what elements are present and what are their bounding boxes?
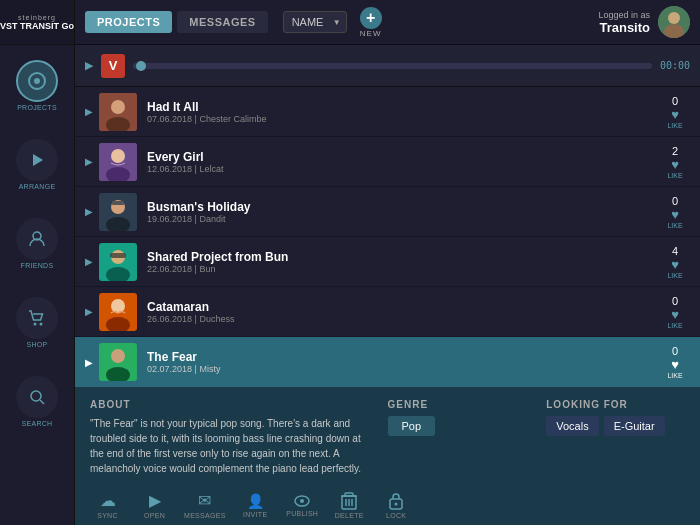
about-label: ABOUT (90, 399, 368, 410)
genre-tag[interactable]: Pop (388, 416, 436, 436)
heart-icon: ♥ (671, 357, 679, 372)
svg-point-26 (111, 299, 125, 313)
project-like[interactable]: 2 ♥ LIKE (660, 145, 690, 179)
expanded-project-item[interactable]: ▶ The Fear 02.07.2018 | Misty 0 ♥ LIKE (75, 337, 700, 387)
svg-point-15 (111, 149, 125, 163)
heart-icon: ♥ (671, 107, 679, 122)
messages-label: MESSAGES (184, 512, 226, 519)
lock-label: LOCK (386, 512, 406, 519)
delete-label: DELETE (335, 512, 364, 519)
sidebar-friends-label: FRIENDS (21, 262, 54, 269)
svg-point-40 (395, 502, 398, 505)
about-section: ABOUT "The Fear" is not your typical pop… (90, 399, 368, 476)
project-meta: 26.06.2018 | Duchess (147, 314, 660, 324)
svg-point-29 (111, 349, 125, 363)
delete-icon (341, 492, 357, 510)
looking-for-tag-guitar[interactable]: E-Guitar (604, 416, 665, 436)
project-info: Shared Project from Bun 22.06.2018 | Bun (147, 250, 660, 274)
v-logo: V (101, 54, 125, 78)
project-title: Every Girl (147, 150, 660, 164)
project-like[interactable]: 0 ♥ LIKE (660, 195, 690, 229)
project-info: Catamaran 26.06.2018 | Duchess (147, 300, 660, 324)
list-item[interactable]: ▶ Every Girl 12.06.2018 | Lelcat 2 ♥ LIK… (75, 137, 700, 187)
sidebar-item-shop[interactable]: SHOP (16, 297, 58, 348)
project-like[interactable]: 4 ♥ LIKE (660, 245, 690, 279)
sidebar-item-projects[interactable]: PROJECTS (16, 60, 58, 111)
arrow-icon: ▶ (85, 256, 93, 267)
player-arrow-icon: ▶ (85, 59, 93, 72)
svg-point-12 (111, 100, 125, 114)
new-label: NEW (360, 29, 382, 38)
tab-messages[interactable]: MESSAGES (177, 11, 267, 33)
open-button[interactable]: ▶ OPEN (137, 491, 172, 519)
progress-dot[interactable] (136, 61, 146, 71)
user-avatar (658, 6, 690, 38)
looking-for-tag-vocals[interactable]: Vocals (546, 416, 598, 436)
arrow-icon: ▶ (85, 206, 93, 217)
looking-for-section: LOOKING FOR Vocals E-Guitar (546, 399, 685, 476)
sidebar-item-friends[interactable]: FRIENDS (16, 218, 58, 269)
like-count: 4 (672, 245, 678, 257)
sidebar-item-search[interactable]: SEARCH (16, 376, 58, 427)
project-info: Busman's Holiday 19.06.2018 | Dandit (147, 200, 660, 224)
project-thumb (99, 343, 137, 381)
like-count: 0 (672, 195, 678, 207)
list-item[interactable]: ▶ Had It All 07.06.2018 | Chester Calimb… (75, 87, 700, 137)
svg-rect-19 (112, 201, 124, 205)
project-like[interactable]: 0 ♥ LIKE (660, 295, 690, 329)
sync-icon: ☁ (100, 491, 116, 510)
svg-point-9 (668, 12, 680, 24)
shop-icon (16, 297, 58, 339)
sidebar-item-arrange[interactable]: ARRANGE (16, 139, 58, 190)
svg-marker-2 (33, 154, 43, 166)
genre-section: GENRE Pop (388, 399, 527, 476)
project-meta: 02.07.2018 | Misty (147, 364, 660, 374)
list-item[interactable]: ▶ Catamaran 26.06.2018 | Duchess 0 ♥ LIK… (75, 287, 700, 337)
progress-bar[interactable] (133, 63, 652, 69)
project-title: Catamaran (147, 300, 660, 314)
project-detail-panel: ABOUT "The Fear" is not your typical pop… (75, 387, 700, 525)
svg-point-6 (31, 391, 41, 401)
lock-button[interactable]: LOCK (379, 492, 414, 519)
heart-icon: ♥ (671, 157, 679, 172)
arrow-icon: ▶ (85, 156, 93, 167)
messages-button[interactable]: ✉ MESSAGES (184, 491, 226, 519)
sort-dropdown[interactable]: NAME (283, 11, 347, 33)
like-label: LIKE (667, 222, 682, 229)
action-toolbar: ☁ SYNC ▶ OPEN ✉ MESSAGES 👤 INVITE (90, 486, 685, 519)
sidebar-shop-label: SHOP (26, 341, 47, 348)
new-button[interactable]: + NEW (360, 7, 382, 38)
friends-icon (16, 218, 58, 260)
logged-in-username: Transito (598, 20, 650, 35)
about-text: "The Fear" is not your typical pop song.… (90, 416, 368, 476)
publish-button[interactable]: PUBLISH (285, 493, 320, 517)
sync-button[interactable]: ☁ SYNC (90, 491, 125, 519)
genre-label: GENRE (388, 399, 527, 410)
list-item[interactable]: ▶ Busman's Holiday 19.06.2018 | Dandit 0… (75, 187, 700, 237)
project-meta: 07.06.2018 | Chester Calimbe (147, 114, 660, 124)
arrow-icon: ▶ (85, 106, 93, 117)
message-icon: ✉ (198, 491, 211, 510)
like-label: LIKE (667, 322, 682, 329)
looking-for-label: LOOKING FOR (546, 399, 685, 410)
project-like[interactable]: 0 ♥ LIKE (660, 95, 690, 129)
arrange-icon (16, 139, 58, 181)
list-item[interactable]: ▶ Shared Project from Bun 22.06.2018 | B… (75, 237, 700, 287)
publish-label: PUBLISH (286, 510, 318, 517)
tab-projects[interactable]: PROJECTS (85, 11, 172, 33)
projects-list: ▶ V 00:00 ▶ Had It All 07.06.2018 | Ches… (75, 45, 700, 525)
like-count: 2 (672, 145, 678, 157)
project-like[interactable]: 0 ♥ LIKE (660, 345, 690, 379)
name-dropdown-wrapper: NAME ▼ (283, 11, 347, 33)
project-thumb (99, 143, 137, 181)
publish-icon (293, 494, 311, 508)
delete-button[interactable]: DELETE (332, 492, 367, 519)
project-meta: 22.06.2018 | Bun (147, 264, 660, 274)
project-info: Every Girl 12.06.2018 | Lelcat (147, 150, 660, 174)
svg-line-7 (40, 400, 44, 404)
invite-button[interactable]: 👤 INVITE (238, 493, 273, 518)
svg-point-4 (34, 323, 37, 326)
sidebar-projects-label: PROJECTS (17, 104, 57, 111)
search-icon (16, 376, 58, 418)
time-display: 00:00 (660, 60, 690, 71)
